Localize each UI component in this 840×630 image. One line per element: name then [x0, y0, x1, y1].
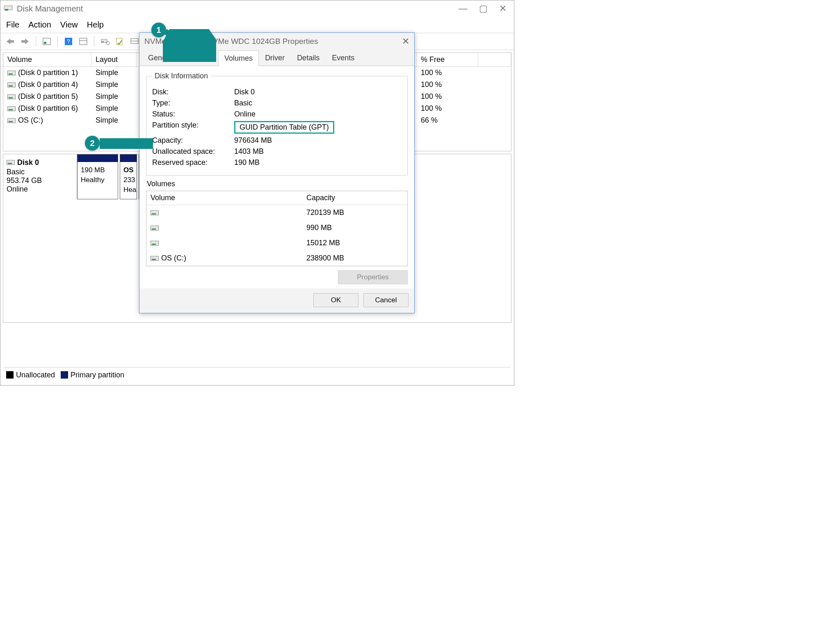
label-status: Status: [152, 110, 234, 119]
svg-rect-5 [21, 40, 25, 43]
group-title: Disk Information [152, 72, 210, 80]
menubar: File Action View Help [0, 17, 514, 33]
dialog-title: NVMe PC SN730 NVMe WDC 1024GB Properties [144, 37, 318, 46]
value-partition-style: GUID Partition Table (GPT) [234, 121, 334, 134]
tab-general[interactable]: General [142, 50, 180, 66]
volume-icon [7, 82, 16, 87]
cancel-button[interactable]: Cancel [363, 293, 409, 307]
callout-badge-1: 1 [151, 23, 166, 37]
separator-icon [94, 36, 94, 47]
partition-block[interactable]: 190 MBHealthy [77, 154, 118, 199]
legend-unallocated: Unallocated [6, 371, 55, 379]
separator-icon [57, 36, 58, 47]
app-title: Disk Management [17, 4, 83, 14]
minimize-button[interactable]: — [459, 4, 468, 13]
menu-action[interactable]: Action [28, 20, 51, 30]
value-disk: Disk 0 [234, 88, 402, 96]
toolbar-btn-1[interactable] [41, 36, 52, 47]
volume-icon [151, 226, 159, 231]
swatch-blue-icon [61, 371, 68, 379]
disk-info-group: Disk Information Disk:Disk 0 Type:Basic … [146, 72, 408, 176]
svg-rect-7 [44, 42, 46, 44]
maximize-button[interactable]: ▢ [479, 4, 488, 13]
label-disk: Disk: [152, 88, 234, 96]
volumes-list[interactable]: Volume Capacity 720139 MB990 MB15012 MBO… [146, 191, 408, 266]
ok-button[interactable]: OK [313, 293, 358, 307]
volumes-list-header: Volume Capacity [146, 191, 407, 205]
disk-icon [7, 160, 15, 165]
value-unallocated: 1403 MB [234, 147, 402, 156]
volume-icon [151, 256, 159, 261]
volume-icon [7, 106, 16, 111]
properties-dialog: NVMe PC SN730 NVMe WDC 1024GB Properties… [139, 32, 415, 313]
menu-help[interactable]: Help [87, 20, 104, 30]
disk-name: Disk 0 [17, 158, 39, 167]
toolbar-btn-4[interactable] [114, 36, 126, 47]
disk-status: Online [7, 185, 73, 194]
toolbar-btn-3[interactable] [99, 36, 111, 47]
tab-events[interactable]: Events [326, 50, 361, 66]
back-button[interactable] [5, 36, 16, 47]
menu-view[interactable]: View [60, 20, 78, 30]
volume-icon [7, 118, 16, 123]
col-header-end [478, 53, 511, 66]
toolbar-btn-2[interactable] [78, 36, 89, 47]
svg-marker-2 [7, 39, 10, 44]
menu-file[interactable]: File [6, 20, 19, 30]
legend-primary: Primary partition [61, 371, 124, 379]
value-capacity: 976634 MB [234, 136, 402, 145]
disk-type: Basic [7, 168, 73, 176]
forward-button[interactable] [19, 36, 31, 47]
dialog-close-button[interactable]: ✕ [402, 36, 409, 47]
tab-details[interactable]: Details [291, 50, 326, 66]
dialog-tabs: General Policies Volumes Driver Details … [139, 50, 414, 66]
legend: Unallocated Primary partition [4, 367, 511, 383]
svg-rect-10 [80, 38, 87, 45]
partition-color-bar [78, 155, 118, 162]
label-unallocated: Unallocated space: [152, 147, 234, 156]
disk-size: 953.74 GB [7, 176, 73, 185]
label-partition-style: Partition style: [152, 121, 234, 134]
tab-policies[interactable]: Policies [180, 50, 218, 66]
svg-point-14 [106, 41, 110, 45]
help-icon[interactable]: ? [63, 36, 74, 47]
dialog-actions: OK Cancel [139, 288, 414, 313]
close-button[interactable]: ✕ [499, 4, 507, 13]
callout-badge-2: 2 [85, 136, 100, 151]
value-status: Online [234, 110, 402, 119]
col-header-pfree[interactable]: % Free [417, 53, 478, 66]
app-window: Disk Management — ▢ ✕ File Action View H… [0, 0, 514, 386]
volume-icon [151, 241, 159, 246]
titlebar: Disk Management — ▢ ✕ [0, 0, 514, 17]
list-item[interactable]: 15012 MB [146, 235, 407, 251]
list-item[interactable]: OS (C:)238900 MB [146, 251, 407, 266]
dialog-titlebar[interactable]: NVMe PC SN730 NVMe WDC 1024GB Properties… [139, 33, 414, 50]
svg-rect-13 [102, 41, 104, 42]
tab-volumes[interactable]: Volumes [218, 50, 259, 66]
vol-header-capacity[interactable]: Capacity [302, 191, 407, 205]
vol-header-volume[interactable]: Volume [146, 191, 302, 205]
volume-icon [7, 94, 16, 99]
volume-icon [151, 210, 159, 215]
window-controls: — ▢ ✕ [459, 4, 511, 13]
partition-block[interactable]: OS233Hea [120, 154, 137, 199]
value-reserved: 190 MB [234, 158, 402, 167]
svg-rect-3 [10, 40, 14, 43]
list-item[interactable]: 990 MB [146, 220, 407, 235]
label-capacity: Capacity: [152, 136, 234, 145]
label-reserved: Reserved space: [152, 158, 234, 167]
tab-driver[interactable]: Driver [259, 50, 291, 66]
dialog-body: Disk Information Disk:Disk 0 Type:Basic … [139, 66, 414, 288]
col-header-volume[interactable]: Volume [3, 53, 91, 66]
app-icon [4, 4, 13, 13]
toolbar-btn-5[interactable] [129, 36, 140, 47]
label-type: Type: [152, 99, 234, 107]
col-header-layout[interactable]: Layout [91, 53, 137, 66]
separator-icon [36, 36, 36, 47]
swatch-black-icon [6, 371, 14, 379]
svg-marker-4 [25, 39, 29, 44]
disk-label[interactable]: Disk 0 Basic 953.74 GB Online [3, 154, 77, 199]
volumes-section-title: Volumes [147, 180, 408, 188]
list-item[interactable]: 720139 MB [146, 205, 407, 220]
partition-color-bar [120, 155, 137, 162]
